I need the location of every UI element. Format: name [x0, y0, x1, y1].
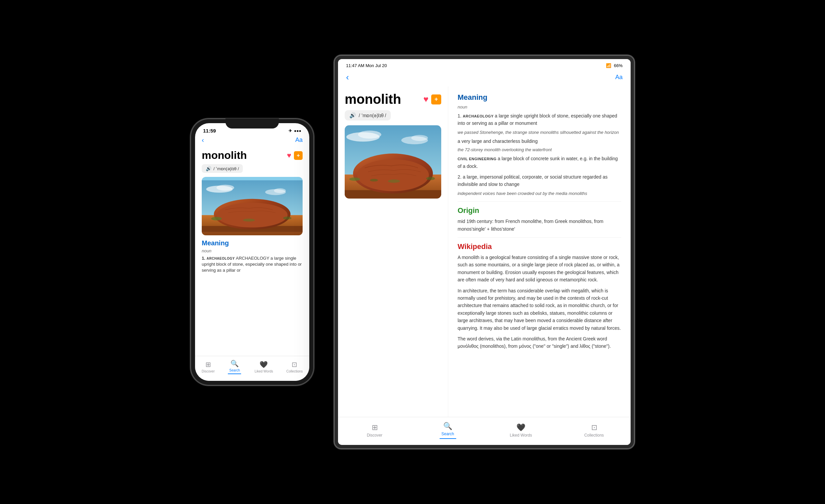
- ipad-content: monolith ♥ + 🔊 / ˈmɒn(ə)lɪθ /: [338, 86, 630, 417]
- ipad-def-2-num: 2.: [458, 174, 463, 180]
- collections-icon: ⊡: [292, 360, 297, 368]
- def-number: 1.: [202, 256, 206, 261]
- ipad-tab-collections[interactable]: ⊡ Collections: [581, 423, 608, 438]
- wifi-icon: 📶: [606, 63, 611, 68]
- ipad-word-actions: ♥ +: [424, 94, 441, 104]
- scene: 11:59 ✈ ●●● ‹ Aa monolith ♥ +: [0, 0, 825, 504]
- ipad-search-icon: 🔍: [443, 422, 452, 431]
- definition-1: 1. ARCHAEOLOGY ARCHAEOLOGY a large singl…: [202, 255, 303, 274]
- ipad-time-date: 11:47 AM Mon Jul 20: [346, 63, 387, 68]
- word-image: [202, 177, 303, 235]
- aa-button[interactable]: Aa: [295, 137, 303, 144]
- iphone-device: 11:59 ✈ ●●● ‹ Aa monolith ♥ +: [191, 118, 314, 386]
- ipad-tab-liked-words[interactable]: 🖤 Liked Words: [508, 423, 534, 438]
- svg-point-24: [370, 179, 378, 182]
- word-title: monolith: [202, 149, 247, 162]
- ipad-pos: noun: [458, 104, 621, 109]
- meaning-section: Meaning noun 1. ARCHAEOLOGY ARCHAEOLOGY …: [202, 239, 303, 274]
- svg-point-10: [283, 217, 292, 220]
- ipad-tab-collections-label: Collections: [584, 433, 604, 438]
- ipad-tab-liked-words-label: Liked Words: [510, 433, 532, 438]
- ipad-liked-words-icon: 🖤: [516, 423, 525, 432]
- discover-icon: ⊞: [206, 360, 211, 368]
- ipad-tab-discover-label: Discover: [367, 433, 382, 438]
- iphone-screen: 11:59 ✈ ●●● ‹ Aa monolith ♥ +: [195, 123, 309, 381]
- svg-point-23: [388, 180, 400, 183]
- ipad-nav-bar: ‹ Aa: [338, 71, 630, 86]
- meaning-title: Meaning: [202, 239, 303, 247]
- ipad-word-title: monolith: [345, 92, 401, 107]
- ipad-favorite-icon[interactable]: ♥: [424, 94, 429, 104]
- tab-discover[interactable]: ⊞ Discover: [202, 360, 215, 373]
- ipad-example-1: we passed Stonehenge, the strange stone …: [458, 129, 621, 136]
- svg-point-11: [243, 219, 255, 222]
- ipad-wikipedia-title: Wikipedia: [458, 242, 621, 251]
- iphone-nav-bar: ‹ Aa: [195, 135, 309, 147]
- word-actions: ♥ +: [287, 151, 303, 160]
- pos-label: noun: [202, 248, 303, 253]
- tab-discover-label: Discover: [202, 369, 215, 373]
- ipad-status-right: 📶 66%: [606, 63, 622, 68]
- iphone-notch: [225, 118, 279, 129]
- svg-point-16: [411, 135, 428, 141]
- battery-icon: 66%: [614, 63, 622, 68]
- ipad-example-3: independent voices have been crowded out…: [458, 190, 621, 197]
- ipad-pronunciation-badge[interactable]: 🔊 / ˈmɒn(ə)lɪθ /: [345, 110, 391, 120]
- svg-point-2: [216, 185, 234, 190]
- ipad-meaning-title: Meaning: [458, 93, 621, 102]
- ipad-origin-text: mid 19th century: from French monolithe,…: [458, 218, 621, 233]
- ipad-pronunciation-text: / ˈmɒn(ə)lɪθ /: [359, 113, 386, 118]
- ipad-tab-bar: ⊞ Discover 🔍 Search 🖤 Liked Words ⊡ Coll…: [338, 417, 630, 445]
- ipad-back-button[interactable]: ‹: [346, 72, 349, 82]
- ipad-aa-button[interactable]: Aa: [615, 74, 622, 81]
- ipad-screen: 11:47 AM Mon Jul 20 📶 66% ‹ Aa monolith: [338, 59, 630, 445]
- iphone-time: 11:59: [203, 128, 216, 134]
- pronunciation-badge[interactable]: 🔊 / ˈmɒn(ə)lɪθ /: [202, 164, 243, 173]
- liked-words-icon: 🖤: [259, 360, 268, 368]
- ipad-word-header: monolith ♥ +: [345, 92, 441, 107]
- airplane-icon: ✈: [289, 129, 292, 133]
- ipad-def-1: 1. ARCHAEOLOGY a large single upright bl…: [458, 112, 621, 127]
- back-button[interactable]: ‹: [202, 136, 204, 144]
- tab-liked-words-label: Liked Words: [254, 369, 273, 373]
- iphone-tab-bar: ⊞ Discover 🔍 Search 🖤 Liked Words ⊡ Coll…: [195, 356, 309, 381]
- iphone-content: monolith ♥ + 🔊 / ˈmɒn(ə)lɪθ /: [195, 147, 309, 356]
- tab-active-indicator: [228, 373, 241, 374]
- iphone-status-icons: ✈ ●●●: [289, 129, 301, 133]
- ipad-divider-2: [458, 237, 621, 238]
- ipad-def-civil: CIVIL ENGINEERING a large block of concr…: [458, 155, 621, 170]
- signal-icon: ●●●: [294, 129, 301, 133]
- tab-search-label: Search: [229, 368, 240, 372]
- ipad-tab-active-indicator: [440, 438, 456, 439]
- ipad-def-2: 2. a large, impersonal political, corpor…: [458, 173, 621, 188]
- ipad-speaker-icon: 🔊: [349, 112, 356, 118]
- svg-point-14: [358, 131, 381, 139]
- ipad-add-collection-icon[interactable]: +: [431, 94, 441, 104]
- ipad-sub-def-1: a very large and characterless building: [458, 138, 621, 145]
- svg-point-4: [274, 188, 286, 193]
- ipad-tab-search-label: Search: [441, 432, 454, 436]
- ipad-tab-search[interactable]: 🔍 Search: [435, 422, 461, 439]
- ipad-word-image: [345, 125, 441, 198]
- ipad-divider-1: [458, 201, 621, 201]
- ipad-def-1-num: 1.: [458, 113, 463, 118]
- search-icon: 🔍: [230, 359, 239, 367]
- tab-collections-label: Collections: [286, 369, 303, 373]
- ipad-def-1-tag: ARCHAEOLOGY: [463, 114, 495, 118]
- tab-search[interactable]: 🔍 Search: [228, 359, 241, 374]
- ipad-left-panel: monolith ♥ + 🔊 / ˈmɒn(ə)lɪθ /: [338, 86, 448, 417]
- tab-collections[interactable]: ⊡ Collections: [286, 360, 303, 373]
- ipad-tab-discover[interactable]: ⊞ Discover: [361, 423, 388, 438]
- ipad-example-2: the 72-storey monolith overlooking the w…: [458, 147, 621, 153]
- ipad-wiki-para-2: In architecture, the term has considerab…: [458, 287, 621, 332]
- svg-point-20: [357, 159, 429, 191]
- favorite-heart-icon[interactable]: ♥: [287, 151, 291, 160]
- ipad-wiki-para-3: The word derives, via the Latin monolith…: [458, 335, 621, 350]
- def-tag-archaeology: ARCHAEOLOGY: [206, 257, 236, 260]
- ipad-device: 11:47 AM Mon Jul 20 📶 66% ‹ Aa monolith: [334, 55, 634, 449]
- speaker-icon: 🔊: [206, 166, 211, 171]
- add-to-collection-icon[interactable]: +: [294, 151, 303, 160]
- tab-liked-words[interactable]: 🖤 Liked Words: [254, 360, 273, 373]
- ipad-wiki-para-1: A monolith is a geological feature consi…: [458, 254, 621, 284]
- svg-point-21: [349, 178, 360, 181]
